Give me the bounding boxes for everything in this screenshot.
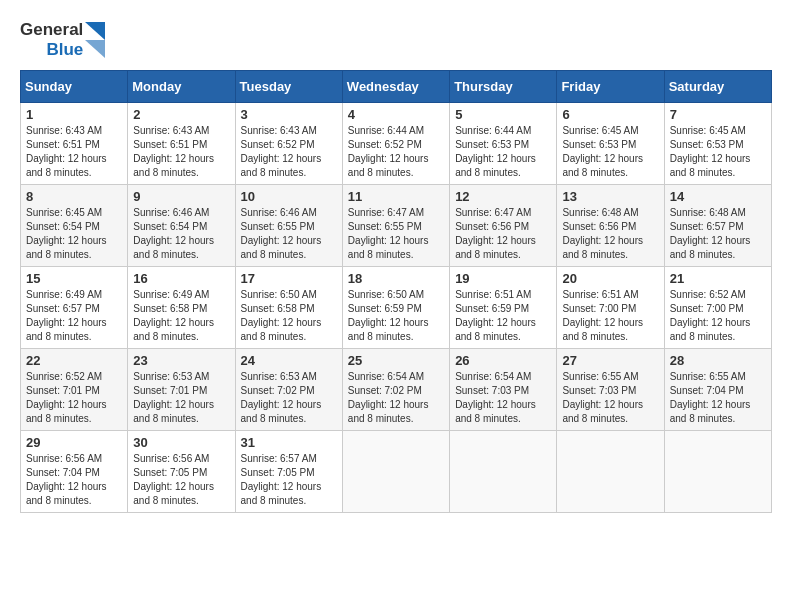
day-cell [342, 431, 449, 513]
day-cell: 24Sunrise: 6:53 AM Sunset: 7:02 PM Dayli… [235, 349, 342, 431]
day-cell: 1Sunrise: 6:43 AM Sunset: 6:51 PM Daylig… [21, 103, 128, 185]
day-cell: 27Sunrise: 6:55 AM Sunset: 7:03 PM Dayli… [557, 349, 664, 431]
svg-marker-0 [85, 22, 105, 40]
day-cell: 2Sunrise: 6:43 AM Sunset: 6:51 PM Daylig… [128, 103, 235, 185]
day-cell: 13Sunrise: 6:48 AM Sunset: 6:56 PM Dayli… [557, 185, 664, 267]
day-cell: 3Sunrise: 6:43 AM Sunset: 6:52 PM Daylig… [235, 103, 342, 185]
svg-marker-1 [85, 40, 105, 58]
day-cell: 4Sunrise: 6:44 AM Sunset: 6:52 PM Daylig… [342, 103, 449, 185]
week-row: 29Sunrise: 6:56 AM Sunset: 7:04 PM Dayli… [21, 431, 772, 513]
day-cell: 29Sunrise: 6:56 AM Sunset: 7:04 PM Dayli… [21, 431, 128, 513]
logo-general: General [20, 20, 83, 40]
col-header-tuesday: Tuesday [235, 71, 342, 103]
day-cell: 16Sunrise: 6:49 AM Sunset: 6:58 PM Dayli… [128, 267, 235, 349]
day-cell: 31Sunrise: 6:57 AM Sunset: 7:05 PM Dayli… [235, 431, 342, 513]
day-cell: 12Sunrise: 6:47 AM Sunset: 6:56 PM Dayli… [450, 185, 557, 267]
day-cell [557, 431, 664, 513]
calendar-table: SundayMondayTuesdayWednesdayThursdayFrid… [20, 70, 772, 513]
day-cell: 10Sunrise: 6:46 AM Sunset: 6:55 PM Dayli… [235, 185, 342, 267]
week-row: 8Sunrise: 6:45 AM Sunset: 6:54 PM Daylig… [21, 185, 772, 267]
day-cell: 17Sunrise: 6:50 AM Sunset: 6:58 PM Dayli… [235, 267, 342, 349]
week-row: 22Sunrise: 6:52 AM Sunset: 7:01 PM Dayli… [21, 349, 772, 431]
day-cell: 23Sunrise: 6:53 AM Sunset: 7:01 PM Dayli… [128, 349, 235, 431]
day-cell: 30Sunrise: 6:56 AM Sunset: 7:05 PM Dayli… [128, 431, 235, 513]
day-cell: 7Sunrise: 6:45 AM Sunset: 6:53 PM Daylig… [664, 103, 771, 185]
day-cell [664, 431, 771, 513]
day-cell: 21Sunrise: 6:52 AM Sunset: 7:00 PM Dayli… [664, 267, 771, 349]
day-cell: 5Sunrise: 6:44 AM Sunset: 6:53 PM Daylig… [450, 103, 557, 185]
week-row: 15Sunrise: 6:49 AM Sunset: 6:57 PM Dayli… [21, 267, 772, 349]
col-header-thursday: Thursday [450, 71, 557, 103]
day-cell: 15Sunrise: 6:49 AM Sunset: 6:57 PM Dayli… [21, 267, 128, 349]
day-cell: 14Sunrise: 6:48 AM Sunset: 6:57 PM Dayli… [664, 185, 771, 267]
day-cell: 22Sunrise: 6:52 AM Sunset: 7:01 PM Dayli… [21, 349, 128, 431]
day-cell: 28Sunrise: 6:55 AM Sunset: 7:04 PM Dayli… [664, 349, 771, 431]
day-cell: 19Sunrise: 6:51 AM Sunset: 6:59 PM Dayli… [450, 267, 557, 349]
day-cell: 20Sunrise: 6:51 AM Sunset: 7:00 PM Dayli… [557, 267, 664, 349]
day-cell: 11Sunrise: 6:47 AM Sunset: 6:55 PM Dayli… [342, 185, 449, 267]
col-header-monday: Monday [128, 71, 235, 103]
col-header-saturday: Saturday [664, 71, 771, 103]
col-header-sunday: Sunday [21, 71, 128, 103]
page-header: General Blue [20, 20, 772, 60]
logo: General Blue [20, 20, 105, 60]
day-cell [450, 431, 557, 513]
day-cell: 9Sunrise: 6:46 AM Sunset: 6:54 PM Daylig… [128, 185, 235, 267]
day-cell: 26Sunrise: 6:54 AM Sunset: 7:03 PM Dayli… [450, 349, 557, 431]
logo-arrow-icon [85, 22, 105, 58]
col-header-friday: Friday [557, 71, 664, 103]
week-row: 1Sunrise: 6:43 AM Sunset: 6:51 PM Daylig… [21, 103, 772, 185]
day-cell: 8Sunrise: 6:45 AM Sunset: 6:54 PM Daylig… [21, 185, 128, 267]
col-header-wednesday: Wednesday [342, 71, 449, 103]
logo-blue: Blue [46, 40, 83, 60]
header-row: SundayMondayTuesdayWednesdayThursdayFrid… [21, 71, 772, 103]
day-cell: 25Sunrise: 6:54 AM Sunset: 7:02 PM Dayli… [342, 349, 449, 431]
day-cell: 6Sunrise: 6:45 AM Sunset: 6:53 PM Daylig… [557, 103, 664, 185]
day-cell: 18Sunrise: 6:50 AM Sunset: 6:59 PM Dayli… [342, 267, 449, 349]
